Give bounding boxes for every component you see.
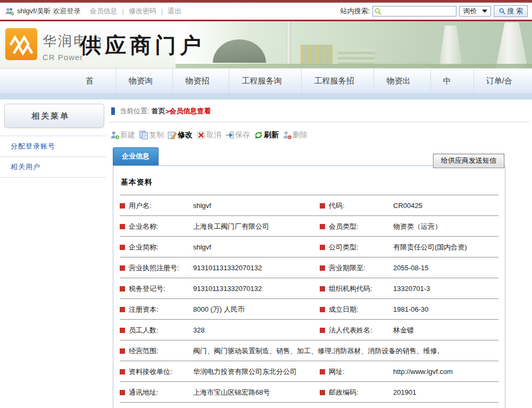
- copy-icon: [139, 130, 148, 140]
- main-panel: 当前位置: 首页 > 会员信息查看 新建: [109, 99, 532, 408]
- member-info-link[interactable]: 会员信息: [85, 6, 122, 16]
- change-password-link[interactable]: 修改密码: [124, 6, 161, 16]
- login-bar: shlgvf/吴昕 欢迎登录 会员信息 | 修改密码 | 退出 站内搜索: 询价: [0, 3, 532, 20]
- field-value: 8000 (万) 人民币: [193, 299, 320, 320]
- field-label: 成立日期:: [329, 305, 359, 313]
- bullet-icon: [120, 390, 125, 395]
- bullet-icon: [120, 307, 125, 312]
- breadcrumb-prefix: 当前位置:: [120, 106, 149, 116]
- content-area: 相关菜单 分配登录账号 相关用户 当前位置: 首页 > 会员信息查看: [0, 99, 532, 408]
- send-sms-button[interactable]: 给供应商发送短信: [433, 154, 504, 168]
- table-row: 营业执照注册号: 913101131332070132 营业期限至: 2055-…: [120, 257, 498, 278]
- table-row: 用户名: shlgvf 代码: CR00425: [120, 195, 498, 216]
- field-value: 328: [193, 320, 320, 340]
- bullet-icon: [320, 390, 325, 395]
- field-label: 组织机构代码:: [329, 285, 372, 293]
- nav-home[interactable]: 首 页: [73, 69, 116, 93]
- nav-material-sale[interactable]: 物资出售: [373, 69, 430, 93]
- sidebar-item-related-users[interactable]: 相关用户: [0, 157, 106, 178]
- header-banner: 华润电力 CR Power 供应商门户: [0, 20, 532, 69]
- search-input[interactable]: [383, 6, 455, 16]
- field-label: 员工人数:: [129, 326, 159, 334]
- field-label: 代码:: [329, 202, 345, 210]
- breadcrumb-home-link[interactable]: 首页: [152, 106, 165, 116]
- field-value: 2055-08-15: [393, 257, 498, 278]
- mountain-logo-icon: [9, 32, 34, 56]
- section-title: 基本资料: [121, 178, 498, 187]
- edit-icon: [168, 130, 177, 140]
- plant-building: [301, 45, 332, 65]
- field-label: 法人代表姓名:: [329, 326, 372, 334]
- field-value: 主要用户: 中石化、中石油、国电、华能、核电、军工产品类型: 闸阀、截止阀、止回…: [193, 403, 498, 408]
- nav-service-inquiry[interactable]: 工程服务询价: [229, 69, 301, 93]
- tab-row: 企业信息 给供应商发送短信: [109, 149, 532, 165]
- table-row: 企业名称: 上海良工阀门厂有限公司 会员类型: 物资类（运营）: [120, 216, 498, 237]
- sidebar-item-assign-accounts[interactable]: 分配登录账号: [0, 136, 106, 157]
- field-value: 13320701-3: [393, 278, 498, 299]
- search-button[interactable]: 搜 索: [494, 5, 528, 17]
- modify-button[interactable]: 修改: [168, 130, 193, 140]
- bullet-icon: [320, 369, 325, 374]
- copy-button[interactable]: 复制: [139, 130, 164, 140]
- bullet-icon: [320, 307, 325, 312]
- delete-button[interactable]: 删除: [282, 130, 307, 140]
- search-label: 站内搜索:: [340, 6, 370, 16]
- search-button-label: 搜 索: [507, 6, 523, 16]
- plant-chimney: [286, 22, 291, 64]
- field-label: 公司类型:: [329, 243, 359, 251]
- nav-material-inquiry[interactable]: 物资询价: [116, 69, 172, 93]
- save-button-label: 保存: [235, 130, 250, 140]
- nav-material-bidding[interactable]: 物资招标: [172, 69, 229, 93]
- sidebar: 相关菜单 分配登录账号 相关用户: [0, 99, 106, 408]
- bullet-icon: [120, 286, 125, 292]
- bullet-icon: [320, 203, 325, 209]
- bullet-icon: [120, 328, 125, 333]
- cancel-icon: [196, 130, 206, 140]
- search-input-wrap: [372, 6, 456, 16]
- save-icon: [225, 130, 235, 140]
- nav-orders-contracts[interactable]: 订单/合同: [473, 69, 532, 93]
- field-label: 营业期限至:: [329, 264, 365, 272]
- field-label: 用户名:: [129, 202, 152, 210]
- field-label: 通讯地址:: [129, 388, 159, 396]
- nav-service-bidding[interactable]: 工程服务招标: [301, 69, 373, 93]
- user-remove-icon: [282, 130, 292, 140]
- table-row: 注册资本: 8000 (万) 人民币 成立日期: 1981-06-30: [120, 299, 498, 320]
- bullet-icon: [120, 224, 125, 229]
- nav-awarded[interactable]: 中 标: [430, 69, 473, 93]
- new-button-label: 新建: [120, 130, 135, 140]
- tab-company-info[interactable]: 企业信息: [113, 147, 159, 165]
- field-value: 物资类（运营）: [393, 216, 498, 237]
- save-button[interactable]: 保存: [225, 130, 250, 140]
- field-value: 有限责任公司(国内合资): [393, 237, 498, 257]
- cancel-button-label: 取消: [206, 130, 221, 140]
- magnifier-icon: [374, 7, 382, 15]
- bullet-icon: [320, 265, 325, 271]
- cooling-tower: [496, 22, 528, 68]
- field-value: shlgvf: [193, 237, 320, 257]
- cancel-button[interactable]: 取消: [196, 130, 221, 140]
- bullet-icon: [320, 224, 325, 229]
- search-category-value: 询价: [463, 6, 477, 16]
- breadcrumb-marker-icon: [111, 107, 115, 115]
- field-label: 注册资本:: [129, 305, 159, 313]
- users-icon: [4, 7, 15, 16]
- search-category-select[interactable]: 询价: [459, 6, 491, 16]
- delete-button-label: 删除: [293, 130, 307, 140]
- nav-bottom-band: [0, 93, 532, 99]
- bullet-icon: [120, 245, 125, 250]
- logout-link[interactable]: 退出: [163, 6, 186, 16]
- field-value: 913101131332070132: [193, 257, 320, 278]
- new-button[interactable]: 新建: [110, 130, 135, 140]
- field-value: 华润电力投资有限公司东北分公司: [193, 361, 320, 382]
- refresh-icon: [254, 130, 263, 140]
- plant-ground: [176, 64, 532, 68]
- banner-photo: [176, 21, 532, 68]
- field-value: 201901: [393, 382, 498, 403]
- field-value: 阀门、阀门驱动装置制造、销售、加工、修理,消防器材、消防设备的销售、维修。: [193, 340, 498, 361]
- refresh-button[interactable]: 刷新: [254, 130, 279, 140]
- search-icon: [498, 7, 506, 15]
- plant-building: [338, 49, 375, 65]
- refresh-button-label: 刷新: [264, 130, 279, 140]
- bullet-icon: [320, 245, 325, 250]
